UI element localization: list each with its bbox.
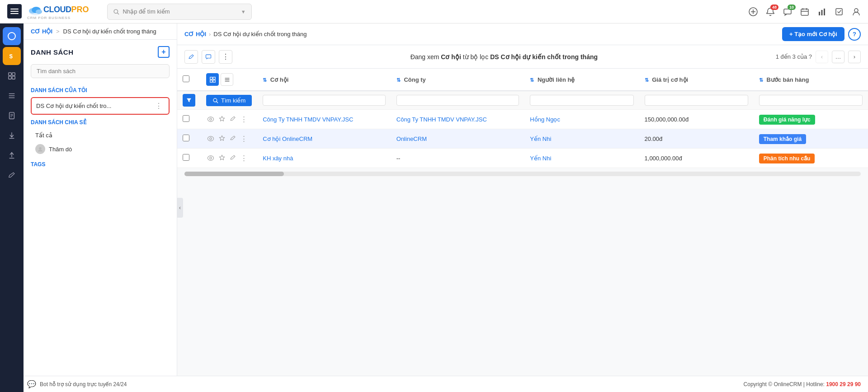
- create-opportunity-button[interactable]: + Tạo mới Cơ hội: [782, 27, 844, 41]
- add-list-button[interactable]: +: [158, 46, 170, 58]
- search-trigger-label: Tìm kiếm: [221, 97, 245, 104]
- row-2-cong-ty-cell: OnlineCRM: [391, 129, 525, 149]
- row-2-nguoi-link[interactable]: Yến Nhi: [530, 135, 551, 142]
- sidebar-item-upload[interactable]: [3, 146, 21, 164]
- svg-rect-14: [819, 12, 820, 15]
- row-2-edit-button[interactable]: [229, 134, 237, 144]
- breadcrumb-parent[interactable]: CƠ HỘI: [31, 28, 52, 35]
- my-list-item-menu-0[interactable]: ⋮: [153, 102, 164, 110]
- breadcrumb-link[interactable]: CƠ HỘI: [184, 31, 206, 37]
- search-row-gia-tri-cell: [639, 91, 754, 110]
- svg-point-19: [8, 33, 15, 40]
- sidebar-item-list[interactable]: [3, 87, 21, 105]
- sidebar-item-grid[interactable]: [3, 67, 21, 85]
- row-1-co-hoi-link[interactable]: Công Ty TNHH TMDV VNPAY.JSC: [263, 116, 353, 123]
- notifications-button[interactable]: 48: [766, 7, 775, 16]
- row-2-cong-ty-link[interactable]: OnlineCRM: [396, 135, 427, 142]
- filter-cong-ty-input[interactable]: [396, 95, 519, 106]
- search-trigger-button[interactable]: Tìm kiếm: [206, 95, 252, 106]
- hotline[interactable]: 1900 29 29 90: [826, 381, 861, 387]
- shared-item-0[interactable]: Tất cả: [31, 129, 170, 141]
- row-1-checkbox[interactable]: [183, 115, 189, 122]
- prev-page-button[interactable]: ‹: [816, 51, 828, 63]
- th-buoc-ban-hang: ⇅ Bước bán hàng: [754, 69, 868, 91]
- row-1-edit-button[interactable]: [229, 115, 237, 124]
- horizontal-scrollbar[interactable]: [184, 172, 861, 176]
- tasks-button[interactable]: [835, 7, 844, 16]
- collapse-sidebar-button[interactable]: ‹: [177, 198, 183, 218]
- row-2-actions: ⋮: [206, 134, 252, 144]
- search-bar[interactable]: ▼: [107, 4, 252, 20]
- row-1-more-button[interactable]: ⋮: [240, 114, 248, 124]
- row-2-eye-button[interactable]: [206, 134, 215, 144]
- filter-co-hoi-input[interactable]: [263, 95, 386, 106]
- row-1-buoc-cell: Đánh giá năng lực: [754, 110, 868, 129]
- my-list-item-0[interactable]: DS Cơ hội dự kiến chốt tro... ⋮: [31, 97, 170, 115]
- row-3-checkbox[interactable]: [183, 154, 189, 161]
- row-2-star-button[interactable]: [218, 134, 226, 144]
- row-3-co-hoi-cell: KH xây nhà: [257, 149, 391, 168]
- sidebar-item-arrow-down[interactable]: [3, 126, 21, 145]
- svg-rect-23: [9, 76, 11, 79]
- svg-point-50: [210, 157, 212, 159]
- grid-view-button[interactable]: [206, 73, 219, 86]
- analytics-button[interactable]: [817, 7, 826, 16]
- search-input[interactable]: [123, 8, 241, 15]
- th-view-toggle: [201, 69, 257, 91]
- row-1-cong-ty-link[interactable]: Công Ty TNHH TMDV VNPAY.JSC: [396, 116, 487, 123]
- search-sidebar-input[interactable]: [31, 64, 170, 78]
- row-3-more-button[interactable]: ⋮: [240, 153, 248, 163]
- header-title: Đang xem Cơ hội từ bộ lọc DS Cơ hội dự k…: [410, 53, 598, 61]
- row-3-buoc-cell: Phân tích nhu cầu: [754, 149, 868, 168]
- edit-tool-button[interactable]: [184, 50, 198, 64]
- filter-button[interactable]: [183, 94, 195, 107]
- row-3-star-button[interactable]: [218, 154, 226, 163]
- download-icon: [8, 131, 16, 140]
- help-button[interactable]: ?: [848, 28, 861, 41]
- svg-point-47: [208, 136, 213, 140]
- more-pages-button[interactable]: …: [832, 51, 844, 63]
- row-1-actions-cell: ⋮: [201, 110, 257, 129]
- sidebar-item-doc[interactable]: [3, 107, 21, 125]
- row-1-nguoi-link[interactable]: Hồng Ngọc: [530, 116, 560, 123]
- panel-area: CƠ HỘI > DS Cơ hội dự kiến chốt trong th…: [24, 23, 177, 392]
- row-1-star-button[interactable]: [218, 115, 226, 124]
- header-tools: ⋮: [184, 50, 232, 64]
- calendar-button[interactable]: [800, 7, 809, 16]
- row-2-checkbox[interactable]: [183, 135, 189, 141]
- row-3-nguoi-link[interactable]: Yến Nhi: [530, 155, 551, 162]
- select-all-checkbox[interactable]: [183, 75, 189, 82]
- filter-gia-tri-input[interactable]: [645, 95, 748, 106]
- sidebar-item-dollar[interactable]: $: [3, 47, 21, 65]
- sidebar-item-circle[interactable]: [3, 27, 21, 45]
- more-tool-button[interactable]: ⋮: [219, 50, 232, 64]
- messages-button[interactable]: 10: [783, 7, 792, 16]
- filter-buoc-input[interactable]: [759, 95, 863, 106]
- row-2-co-hoi-link[interactable]: Cơ hội OnlineCRM: [263, 135, 312, 142]
- svg-rect-22: [12, 73, 15, 75]
- grid-view-icon: [210, 77, 216, 83]
- table-body: Tìm kiếm: [177, 91, 868, 168]
- row-2-gia-tri: 20.00đ: [645, 135, 663, 142]
- sidebar-item-edit[interactable]: [3, 166, 21, 184]
- left-sidebar: $: [0, 23, 24, 392]
- next-page-button[interactable]: ›: [848, 51, 861, 63]
- hamburger-button[interactable]: [7, 4, 22, 19]
- plus-circle-icon: [749, 7, 758, 16]
- comment-tool-button[interactable]: [202, 50, 215, 64]
- row-1-eye-button[interactable]: [206, 115, 215, 124]
- th-co-hoi-label: Cơ hội: [270, 76, 289, 83]
- row-3-nguoi-cell: Yến Nhi: [524, 149, 639, 168]
- star-icon: [219, 116, 225, 122]
- shared-item-1[interactable]: Thăm dò: [31, 141, 170, 157]
- row-3-edit-button[interactable]: [229, 154, 237, 163]
- filter-nguoi-lien-he-input[interactable]: [530, 95, 633, 106]
- profile-button[interactable]: [852, 7, 861, 16]
- notifications-badge: 48: [770, 5, 778, 10]
- row-2-more-button[interactable]: ⋮: [240, 134, 248, 144]
- add-button[interactable]: [749, 7, 758, 16]
- row-2-buoc-cell: Tham khảo giá: [754, 129, 868, 149]
- list-view-button[interactable]: [221, 73, 233, 86]
- row-3-co-hoi-link[interactable]: KH xây nhà: [263, 155, 293, 162]
- row-3-eye-button[interactable]: [206, 154, 215, 163]
